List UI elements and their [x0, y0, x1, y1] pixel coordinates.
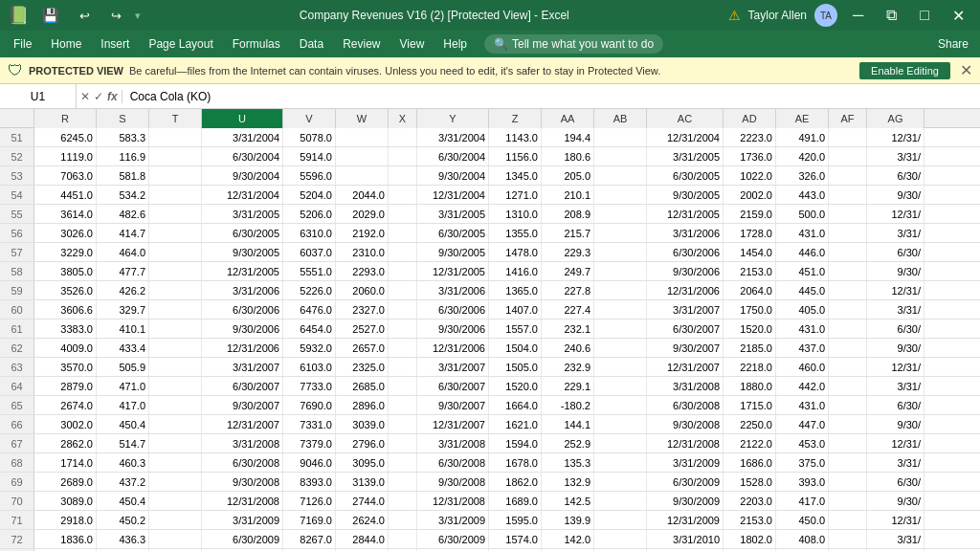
- cell-AD-66[interactable]: 2250.0: [724, 415, 776, 433]
- cell-AF-56[interactable]: [829, 224, 867, 242]
- cell-AB-69[interactable]: [594, 473, 647, 491]
- cell-AG-69[interactable]: 6/30/: [867, 473, 924, 491]
- cell-R-55[interactable]: 3614.0: [34, 205, 97, 223]
- enable-editing-button[interactable]: Enable Editing: [859, 62, 950, 79]
- cell-AF-65[interactable]: [829, 396, 867, 414]
- cell-X-71[interactable]: [389, 511, 417, 529]
- cell-AG-58[interactable]: 9/30/: [867, 262, 924, 280]
- cell-W-60[interactable]: 2327.0: [336, 300, 389, 319]
- col-header-AE[interactable]: AE: [776, 109, 829, 128]
- cell-X-70[interactable]: [389, 492, 417, 510]
- cell-W-69[interactable]: 3139.0: [336, 473, 389, 491]
- cell-U-65[interactable]: 9/30/2007: [202, 396, 283, 414]
- cell-AF-66[interactable]: [829, 415, 867, 433]
- cell-AG-54[interactable]: 9/30/: [867, 186, 924, 204]
- cell-AG-70[interactable]: 9/30/: [867, 492, 924, 510]
- cell-R-59[interactable]: 3526.0: [34, 281, 97, 299]
- menu-file[interactable]: File: [4, 33, 41, 55]
- col-header-AA[interactable]: AA: [542, 109, 594, 128]
- confirm-formula-icon[interactable]: ✓: [94, 90, 103, 103]
- cell-AE-68[interactable]: 375.0: [776, 453, 829, 472]
- table-row[interactable]: 681714.0460.36/30/20089046.03095.06/30/2…: [0, 453, 980, 473]
- protected-view-close-button[interactable]: ✕: [960, 61, 972, 79]
- cell-X-51[interactable]: [389, 128, 417, 146]
- col-header-Z[interactable]: Z: [489, 109, 542, 128]
- cell-Z-72[interactable]: 1574.0: [489, 530, 542, 548]
- cell-AA-68[interactable]: 135.3: [542, 453, 594, 472]
- cell-V-70[interactable]: 7126.0: [283, 492, 336, 510]
- cell-T-64[interactable]: [149, 377, 202, 395]
- cell-S-68[interactable]: 460.3: [97, 453, 149, 472]
- maximize-button[interactable]: □: [912, 5, 937, 26]
- cell-AB-64[interactable]: [594, 377, 647, 395]
- cell-Y-66[interactable]: 12/31/2007: [417, 415, 489, 433]
- cell-AF-63[interactable]: [829, 358, 867, 376]
- cell-R-57[interactable]: 3229.0: [34, 243, 97, 261]
- cell-AC-59[interactable]: 12/31/2006: [647, 281, 724, 299]
- minimize-button[interactable]: ─: [845, 5, 871, 26]
- cell-AD-70[interactable]: 2203.0: [724, 492, 776, 510]
- cell-Y-70[interactable]: 12/31/2008: [417, 492, 489, 510]
- menu-page-layout[interactable]: Page Layout: [139, 33, 222, 55]
- cell-AE-62[interactable]: 437.0: [776, 339, 829, 357]
- cell-T-69[interactable]: [149, 473, 202, 491]
- cell-AF-67[interactable]: [829, 434, 867, 452]
- menu-formulas[interactable]: Formulas: [223, 33, 290, 55]
- cell-AE-56[interactable]: 431.0: [776, 224, 829, 242]
- table-row[interactable]: 583805.0477.712/31/20055551.02293.012/31…: [0, 262, 980, 281]
- cell-V-63[interactable]: 6103.0: [283, 358, 336, 376]
- cell-Z-67[interactable]: 1594.0: [489, 434, 542, 452]
- cell-Y-51[interactable]: 3/31/2004: [417, 128, 489, 146]
- cell-R-63[interactable]: 3570.0: [34, 358, 97, 376]
- cell-Z-52[interactable]: 1156.0: [489, 147, 542, 165]
- cell-U-58[interactable]: 12/31/2005: [202, 262, 283, 280]
- cell-AG-57[interactable]: 6/30/: [867, 243, 924, 261]
- cell-AG-53[interactable]: 6/30/: [867, 166, 924, 185]
- cell-V-66[interactable]: 7331.0: [283, 415, 336, 433]
- cell-T-70[interactable]: [149, 492, 202, 510]
- col-header-W[interactable]: W: [336, 109, 389, 128]
- col-header-AB[interactable]: AB: [594, 109, 647, 128]
- cell-Y-63[interactable]: 3/31/2007: [417, 358, 489, 376]
- cell-AB-65[interactable]: [594, 396, 647, 414]
- cell-Z-58[interactable]: 1416.0: [489, 262, 542, 280]
- cell-AB-52[interactable]: [594, 147, 647, 165]
- cell-AB-59[interactable]: [594, 281, 647, 299]
- cell-AD-57[interactable]: 1454.0: [724, 243, 776, 261]
- cell-T-67[interactable]: [149, 434, 202, 452]
- col-header-R[interactable]: R: [34, 109, 97, 128]
- cell-T-68[interactable]: [149, 453, 202, 472]
- cell-AA-56[interactable]: 215.7: [542, 224, 594, 242]
- cell-V-67[interactable]: 7379.0: [283, 434, 336, 452]
- col-header-AC[interactable]: AC: [647, 109, 724, 128]
- cell-AD-51[interactable]: 2223.0: [724, 128, 776, 146]
- cell-AD-58[interactable]: 2153.0: [724, 262, 776, 280]
- cell-W-63[interactable]: 2325.0: [336, 358, 389, 376]
- cell-T-65[interactable]: [149, 396, 202, 414]
- cell-W-54[interactable]: 2044.0: [336, 186, 389, 204]
- cell-W-70[interactable]: 2744.0: [336, 492, 389, 510]
- cell-AD-67[interactable]: 2122.0: [724, 434, 776, 452]
- cell-U-69[interactable]: 9/30/2008: [202, 473, 283, 491]
- cell-AE-66[interactable]: 447.0: [776, 415, 829, 433]
- cell-AA-60[interactable]: 227.4: [542, 300, 594, 319]
- col-header-AD[interactable]: AD: [724, 109, 776, 128]
- cell-S-71[interactable]: 450.2: [97, 511, 149, 529]
- undo-button[interactable]: ↩: [72, 5, 98, 27]
- cell-AB-71[interactable]: [594, 511, 647, 529]
- cell-T-58[interactable]: [149, 262, 202, 280]
- cell-Y-65[interactable]: 9/30/2007: [417, 396, 489, 414]
- cell-U-52[interactable]: 6/30/2004: [202, 147, 283, 165]
- cell-AA-69[interactable]: 132.9: [542, 473, 594, 491]
- formula-input[interactable]: [122, 84, 980, 108]
- cell-AF-72[interactable]: [829, 530, 867, 548]
- cell-AD-72[interactable]: 1802.0: [724, 530, 776, 548]
- cell-W-72[interactable]: 2844.0: [336, 530, 389, 548]
- cell-T-71[interactable]: [149, 511, 202, 529]
- table-row[interactable]: 624009.0433.412/31/20065932.02657.012/31…: [0, 339, 980, 358]
- cell-U-72[interactable]: 6/30/2009: [202, 530, 283, 548]
- cell-AA-57[interactable]: 229.3: [542, 243, 594, 261]
- cell-AG-52[interactable]: 3/31/: [867, 147, 924, 165]
- cell-AG-71[interactable]: 12/31/: [867, 511, 924, 529]
- cell-AE-60[interactable]: 405.0: [776, 300, 829, 319]
